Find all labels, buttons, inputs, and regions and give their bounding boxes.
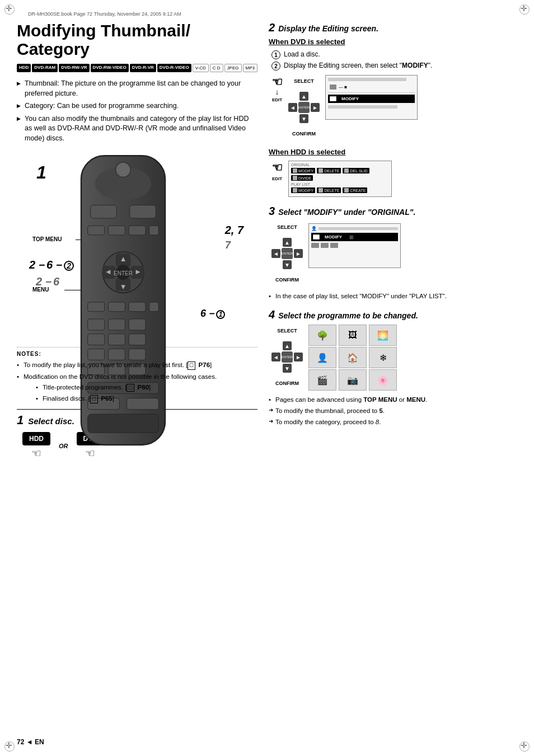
hdd-diagram: ☞ EDIT ORIGINAL MODIFY — [271, 161, 517, 197]
top-menu-label: TOP MENU — [32, 236, 62, 242]
badge-vcd: V-CD — [193, 64, 209, 72]
badge-dvd-r-video: DVD-R-VIDEO — [157, 64, 191, 72]
hdd-screen: ORIGINAL MODIFY DELETE — [288, 161, 392, 197]
screen-bottom-row — [311, 243, 398, 248]
edit-label: EDIT — [272, 97, 282, 102]
step-label-6-1: 6－1 — [200, 307, 225, 320]
hdd-label: HDD — [29, 435, 44, 443]
screen-icon-person: 👤 — [311, 226, 317, 231]
svg-text:►: ► — [134, 267, 142, 276]
dvd-substep-2-label: Display the Editing screen, then select … — [284, 62, 432, 71]
corner-mark-br — [519, 741, 530, 752]
dpad-step3: ▲ ▼ ◄ ► ENTER — [271, 238, 303, 269]
dpad-right: ► — [311, 103, 320, 112]
hdd-modify-btn: MODIFY — [291, 168, 315, 173]
remote-svg: ENTER ▲ ▼ ◄ ► — [67, 151, 179, 449]
delslid-icon — [344, 168, 349, 173]
bullet-thumbnail: Thumbnail: The picture on the programme … — [17, 79, 257, 98]
confirm-label-s3: CONFIRM — [275, 277, 299, 283]
modify-btn: MODIFY — [339, 96, 362, 102]
notes-list: To modify the play list, you have to cre… — [17, 360, 257, 403]
edit-area-dvd: ☞ ↓ EDIT — [271, 75, 283, 102]
dpad-down-s4: ▼ — [283, 364, 292, 373]
pl-delete-icon — [318, 188, 323, 192]
dpad-enter-s4: ENTER — [282, 351, 293, 363]
svg-text:ENTER: ENTER — [114, 270, 133, 276]
dpad-enter-s3: ENTER — [282, 248, 293, 259]
dpad-right-s3: ► — [294, 249, 303, 258]
select-confirm-step4: SELECT ▲ ▼ ◄ ► ENTER CONFIRM — [271, 328, 303, 386]
select-label-dvd: SELECT — [294, 78, 314, 84]
edit-hand-icon: ☞ — [271, 75, 283, 90]
step-label-26b: 2－6 — [36, 274, 59, 289]
when-hdd-title: When HDD is selected — [269, 148, 517, 156]
thumbnail-grid: 🌳 🖼 🌅 👤 🏠 ❄ 🎬 📷 🌸 — [308, 325, 398, 391]
screen-top-row: 👤 — [311, 226, 398, 231]
badge-dvd-ram: DVD-RAM — [32, 64, 58, 72]
svg-rect-6 — [108, 226, 125, 235]
dpad-enter: ENTER — [298, 102, 310, 113]
divider — [328, 92, 415, 93]
disc-badges: HDD DVD-RAM DVD-RW-VR DVD-RW-VIDEO DVD-R… — [17, 64, 257, 72]
step3-label: Select "MODIFY" under "ORIGINAL". — [278, 208, 415, 217]
remote-area: 1 TOP MENU MENU 2, 7 7 2－6－2 2－6 6－1 — [28, 151, 246, 341]
dpad-up-s4: ▲ — [283, 341, 292, 350]
svg-rect-32 — [129, 349, 146, 360]
pl-create-icon — [344, 188, 349, 192]
thumb-8: 📷 — [339, 369, 367, 391]
hdd-playlist-section: PLAY LIST MODIFY DELETE — [291, 182, 389, 193]
screen-row-1: — ■ — [328, 83, 415, 91]
thumb-5: 🏠 — [339, 347, 367, 368]
step4-arrow-1: To modify the thumbnail, proceed to 5. — [269, 406, 517, 415]
hdd-playlist-btns: MODIFY DELETE CREATE — [291, 187, 389, 193]
step3-screen: 👤 MODIFY ⊞ — [308, 223, 401, 268]
icon-bottom-1 — [311, 243, 319, 248]
svg-rect-22 — [129, 302, 146, 312]
hdd-disc-option: HDD ☜ — [22, 432, 50, 460]
dvd-substep-1-label: Load a disc. — [284, 50, 320, 59]
step2-label: Display the Editing screen. — [278, 24, 378, 33]
badge-mp3: MP3 — [243, 64, 257, 72]
page: DR-MH300SE.book Page 72 Thursday, Novemb… — [0, 0, 534, 756]
svg-rect-4 — [130, 205, 156, 218]
step4-arrow-2: To modify the category, proceed to 8. — [269, 417, 517, 426]
step-label-27: 2, 7 — [225, 224, 243, 237]
corner-mark-bl — [4, 741, 15, 752]
intro-bullets: Thumbnail: The picture on the programme … — [17, 79, 257, 143]
pl-modify-icon — [293, 188, 297, 192]
svg-rect-28 — [108, 334, 125, 345]
hdd-delslid-btn: DEL.SLID — [343, 168, 369, 173]
thumb-2: 🖼 — [339, 325, 367, 346]
dpad-left: ◄ — [288, 103, 297, 112]
note-item-2: Modification on the DVD discs is not pos… — [17, 372, 257, 403]
icon-bottom-2 — [321, 243, 329, 248]
hdd-delete-btn: DELETE — [317, 168, 341, 173]
step4-section: 4 Select the programme to be changed. SE… — [269, 308, 517, 426]
step4-heading: 4 Select the programme to be changed. — [269, 308, 517, 321]
delete-icon — [318, 168, 323, 173]
svg-point-2 — [116, 162, 131, 177]
svg-rect-26 — [129, 319, 146, 330]
step3-heading: 3 Select "MODIFY" under "ORIGINAL". — [269, 205, 517, 218]
svg-rect-20 — [88, 302, 105, 312]
edit-label-hdd: EDIT — [272, 176, 282, 181]
dpad-dvd: ▲ ▼ ◄ ► ENTER — [288, 92, 320, 123]
hdd-divide-row: DIVIDE — [291, 175, 389, 181]
step2-heading: 2 Display the Editing screen. — [269, 21, 517, 34]
hdd-original-btns: MODIFY DELETE DEL.SLID — [291, 168, 389, 173]
screen-icon-right: ⊞ — [349, 234, 354, 240]
confirm-label-s4: CONFIRM — [275, 381, 299, 386]
right-column: 2 Display the Editing screen. When DVD i… — [269, 21, 517, 468]
corner-mark-tr — [519, 4, 530, 15]
note-sub-2: Finalised discs. [☐ P65] — [36, 394, 257, 403]
dpad-left-s3: ◄ — [271, 249, 280, 258]
thumb-7: 🎬 — [308, 369, 336, 391]
dvd-screen: — ■ MODIFY — [325, 75, 418, 120]
svg-rect-27 — [88, 334, 105, 345]
hdd-hand-icon: ☜ — [31, 447, 41, 460]
thumb-6: ❄ — [369, 347, 397, 368]
note-sub-1: Title-protected programmes. [☐ P80] — [36, 383, 257, 392]
step-label-1: 1 — [36, 162, 46, 183]
select-confirm-step3: SELECT ▲ ▼ ◄ ► ENTER CONFIRM — [271, 224, 303, 283]
dpad-up: ▲ — [299, 92, 308, 101]
